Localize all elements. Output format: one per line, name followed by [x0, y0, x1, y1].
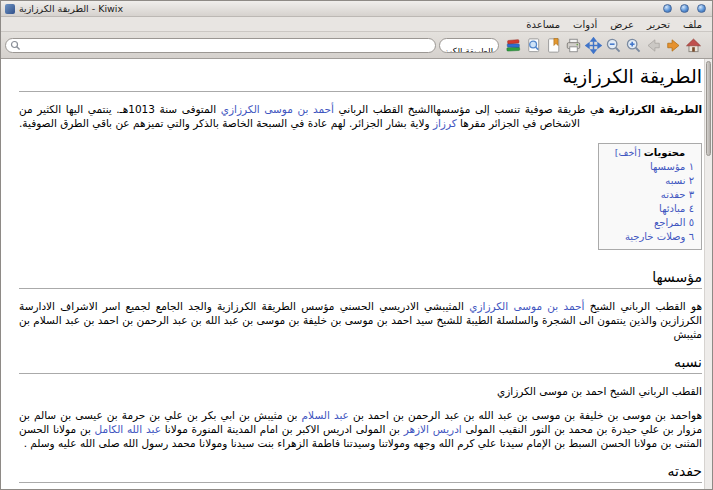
print-button[interactable]: [564, 35, 582, 55]
menu-edit[interactable]: تحرير: [647, 19, 670, 30]
toolbar-buttons: [504, 35, 702, 55]
article-bold-lead: الطريقة الكرزازية: [609, 103, 702, 115]
home-button[interactable]: [684, 35, 702, 55]
menu-help[interactable]: مساعدة: [526, 19, 560, 30]
toc-item-references: ٥ المراجع: [606, 216, 694, 230]
zoom-in-button[interactable]: [624, 35, 642, 55]
content-area: الطريقة الكرزازية الطريقة الكرزازية هي ط…: [1, 59, 712, 489]
window-button-close[interactable]: [697, 4, 706, 13]
section-heading-grandsons: حفدته: [19, 463, 702, 483]
scrollbar-thumb[interactable]: [706, 61, 711, 156]
page-title: الطريقة الكرزازية: [19, 65, 702, 92]
intro-paragraph: الطريقة الكرزازية هي طريقة صوفية تنسب إل…: [19, 102, 702, 130]
link-kerzaz[interactable]: كرزاز: [433, 117, 457, 129]
zoom-out-button[interactable]: [604, 35, 622, 55]
table-of-contents: محتويات [أخف] ١ مؤسسها ٢ نسبه ٣ حفدته ٤ …: [598, 143, 702, 250]
vertical-scrollbar[interactable]: [704, 59, 712, 489]
toc-title: محتويات: [644, 147, 685, 158]
founder-paragraph: هو القطب الرباني الشيخ أحمد بن موسى الكر…: [19, 299, 702, 341]
address-input[interactable]: [440, 44, 498, 53]
section-heading-founder: مؤسسها: [19, 269, 702, 289]
search-box: [5, 38, 436, 53]
toc-item-principles: ٤ مبادئها: [606, 202, 694, 216]
search-in-article-button[interactable]: [524, 35, 542, 55]
library-button[interactable]: [504, 35, 522, 55]
four-arrows-icon: [585, 37, 602, 54]
toc-link-lineage[interactable]: ٢ نسبه: [665, 175, 694, 186]
search-icon: [10, 40, 21, 51]
link-abdallah-kamel[interactable]: عبد الله الكامل: [95, 423, 161, 435]
address-box: [439, 38, 499, 53]
magnifier-plus-icon: [625, 37, 642, 54]
toc-item-grandsons: ٣ حفدته: [606, 188, 694, 202]
toc-link-external-links[interactable]: ٦ وصلات خارجية: [625, 231, 694, 242]
search-input[interactable]: [21, 40, 431, 51]
printer-icon: [565, 37, 582, 54]
kiwix-app-icon: [5, 4, 15, 14]
window-button-maximize[interactable]: [680, 4, 689, 13]
section-heading-lineage: نسبه: [19, 354, 702, 374]
toc-header: محتويات [أخف]: [606, 147, 694, 158]
title-bar: الطريقة الكرزازية - Kiwix: [1, 1, 712, 17]
toc-item-lineage: ٢ نسبه: [606, 174, 694, 188]
home-icon: [685, 37, 702, 54]
window-controls: [663, 4, 706, 13]
toc-link-references[interactable]: ٥ المراجع: [654, 217, 694, 228]
article: الطريقة الكرزازية الطريقة الكرزازية هي ط…: [1, 59, 712, 489]
nav-back-button[interactable]: [664, 35, 682, 55]
link-founder[interactable]: أحمد بن موسى الكرزازي: [221, 103, 334, 115]
toc-link-grandsons[interactable]: ٣ حفدته: [661, 189, 694, 200]
magnifier-minus-icon: [605, 37, 622, 54]
bookmark-article-button[interactable]: [544, 35, 562, 55]
window-button-minimize[interactable]: [663, 4, 672, 13]
menu-file[interactable]: ملف: [683, 19, 702, 30]
menu-bar: ملف تحرير عرض أدوات مساعدة: [1, 17, 712, 32]
toc-list: ١ مؤسسها ٢ نسبه ٣ حفدته ٤ مبادئها ٥ المر…: [606, 160, 694, 244]
kiwix-window: الطريقة الكرزازية - Kiwix ملف تحرير عرض …: [0, 0, 713, 490]
link-idris-azhar[interactable]: ادريس الازهر: [404, 423, 462, 435]
lineage-intro-line: القطب الرباني الشيخ احمد بن موسى الكرزاز…: [19, 384, 702, 398]
toc-hide-link[interactable]: [أخف]: [615, 147, 641, 158]
menu-view[interactable]: عرض: [610, 19, 634, 30]
toc-link-founder[interactable]: ١ مؤسسها: [650, 161, 694, 172]
books-icon: [505, 37, 522, 54]
page-magnifier-icon: [525, 37, 542, 54]
page-bookmark-icon: [545, 37, 562, 54]
link-abdessalam[interactable]: عبد السلام: [302, 409, 349, 421]
toc-item-founder: ١ مؤسسها: [606, 160, 694, 174]
fullscreen-button[interactable]: [584, 35, 602, 55]
link-founder-2[interactable]: أحمد بن موسى الكرزازي: [469, 300, 584, 312]
lineage-paragraph: هواحمد بن موسى بن خليفة بن موسى بن عبد ا…: [19, 408, 702, 450]
toc-link-principles[interactable]: ٤ مبادئها: [659, 203, 694, 214]
nav-forward-button[interactable]: [644, 35, 662, 55]
toc-item-external-links: ٦ وصلات خارجية: [606, 230, 694, 244]
window-title: الطريقة الكرزازية - Kiwix: [19, 3, 123, 14]
toolbar: [1, 32, 712, 59]
arrow-right-icon: [665, 37, 682, 54]
arrow-left-icon: [645, 37, 662, 54]
menu-tools[interactable]: أدوات: [573, 19, 597, 30]
